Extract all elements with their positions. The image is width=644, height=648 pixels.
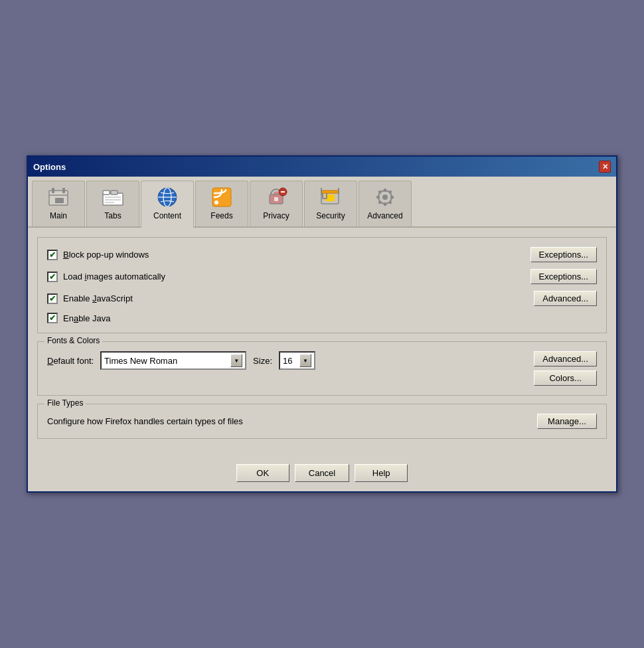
tab-main-label: Main	[50, 211, 67, 220]
cancel-button[interactable]: Cancel	[295, 464, 349, 482]
enable-java-left: ✔ Enable Java	[47, 313, 111, 323]
file-types-description: Configure how Firefox handles certain ty…	[47, 416, 243, 426]
block-popup-left: ✔ Block pop-up windows	[47, 250, 149, 260]
svg-rect-2	[62, 188, 65, 193]
content-area: ✔ Block pop-up windows Exceptions... ✔ L…	[28, 228, 616, 453]
fonts-buttons-area: Advanced... Colors...	[534, 351, 597, 386]
enable-java-row: ✔ Enable Java	[47, 313, 597, 323]
enable-js-label: Enable JavaScript	[63, 293, 133, 303]
tab-feeds[interactable]: Feeds	[195, 181, 248, 226]
font-select-dropdown[interactable]: Times New Roman ▼	[100, 351, 246, 370]
size-dropdown-arrow[interactable]: ▼	[299, 354, 311, 367]
load-images-label: Load images automatically	[63, 272, 165, 282]
advanced-icon	[373, 185, 397, 209]
enable-js-advanced-button[interactable]: Advanced...	[534, 291, 597, 306]
svg-rect-5	[53, 198, 55, 203]
tab-tabs-label: Tabs	[104, 211, 121, 220]
enable-java-label: Enable Java	[63, 313, 111, 323]
font-dropdown-arrow[interactable]: ▼	[230, 354, 242, 367]
svg-rect-35	[378, 190, 382, 194]
svg-rect-1	[52, 188, 54, 193]
fonts-left-area: Default font: Times New Roman ▼ Size: 16…	[47, 351, 527, 376]
close-button[interactable]: ✕	[599, 161, 611, 173]
tab-bar: Main Tabs	[28, 177, 616, 228]
svg-rect-38	[388, 201, 392, 204]
file-types-section-title: File Types	[44, 398, 86, 408]
block-popup-checkbox[interactable]: ✔	[47, 250, 58, 260]
enable-js-check: ✔	[49, 294, 56, 303]
fonts-section: Fonts & Colors Default font: Times New R…	[37, 341, 607, 396]
tab-advanced[interactable]: Advanced	[359, 181, 412, 226]
tab-security[interactable]: Security	[304, 181, 357, 226]
svg-point-16	[214, 201, 218, 204]
enable-js-left: ✔ Enable JavaScript	[47, 293, 133, 304]
content-icon	[155, 185, 179, 209]
size-select-dropdown[interactable]: 16 ▼	[279, 351, 315, 370]
fonts-advanced-button[interactable]: Advanced...	[534, 351, 597, 366]
default-font-label: Default font:	[47, 356, 94, 366]
load-images-checkbox[interactable]: ✔	[47, 272, 58, 282]
manage-button[interactable]: Manage...	[537, 414, 597, 429]
ok-button[interactable]: OK	[236, 464, 289, 482]
tab-security-label: Security	[316, 211, 345, 220]
svg-rect-31	[384, 189, 386, 192]
fonts-section-title: Fonts & Colors	[44, 336, 102, 345]
tab-main[interactable]: Main	[32, 181, 85, 226]
options-window: Options ✕ Main	[27, 155, 617, 493]
load-images-left: ✔ Load images automatically	[47, 272, 165, 282]
svg-rect-26	[321, 191, 339, 193]
svg-rect-37	[378, 201, 382, 204]
load-images-row: ✔ Load images automatically Exceptions..…	[47, 269, 597, 284]
enable-js-row: ✔ Enable JavaScript Advanced...	[47, 291, 597, 306]
enable-java-checkbox[interactable]: ✔	[47, 313, 58, 323]
load-images-exceptions-button[interactable]: Exceptions...	[530, 269, 597, 284]
size-label: Size:	[253, 356, 272, 366]
svg-rect-19	[274, 197, 278, 201]
file-types-section: File Types Configure how Firefox handles…	[37, 404, 607, 439]
file-types-content: Configure how Firefox handles certain ty…	[47, 414, 597, 429]
block-popup-exceptions-button[interactable]: Exceptions...	[530, 247, 597, 262]
block-popup-check: ✔	[49, 250, 56, 260]
security-icon	[319, 185, 343, 209]
size-select-value: 16	[283, 356, 292, 366]
tab-privacy[interactable]: Privacy	[250, 181, 303, 226]
tab-tabs[interactable]: Tabs	[86, 181, 139, 226]
window-title: Options	[33, 162, 66, 172]
load-images-check: ✔	[49, 272, 56, 282]
tab-privacy-label: Privacy	[263, 211, 289, 220]
svg-rect-7	[103, 191, 110, 195]
font-select-value: Times New Roman	[104, 356, 177, 366]
fonts-row: Default font: Times New Roman ▼ Size: 16…	[47, 351, 527, 370]
feeds-icon	[210, 185, 234, 209]
bottom-buttons: OK Cancel Help	[28, 453, 616, 491]
enable-js-checkbox[interactable]: ✔	[47, 293, 58, 304]
title-bar: Options ✕	[28, 157, 616, 177]
svg-rect-36	[388, 190, 392, 194]
block-popup-row: ✔ Block pop-up windows Exceptions...	[47, 247, 597, 262]
tab-content[interactable]: Content	[141, 181, 194, 228]
tabs-icon	[101, 185, 125, 209]
general-section: ✔ Block pop-up windows Exceptions... ✔ L…	[37, 237, 607, 333]
tab-feeds-label: Feeds	[210, 211, 232, 220]
svg-rect-33	[376, 196, 380, 199]
colors-button[interactable]: Colors...	[534, 370, 597, 386]
help-button[interactable]: Help	[355, 464, 408, 482]
tab-advanced-label: Advanced	[367, 211, 402, 220]
main-icon	[46, 185, 70, 209]
enable-java-check: ✔	[49, 313, 56, 323]
tab-content-label: Content	[153, 211, 181, 220]
block-popup-label: Block pop-up windows	[63, 250, 149, 260]
fonts-content: Default font: Times New Roman ▼ Size: 16…	[47, 351, 597, 386]
svg-point-30	[382, 195, 388, 200]
svg-rect-32	[384, 202, 386, 206]
svg-rect-34	[390, 196, 394, 199]
privacy-icon	[264, 185, 288, 209]
svg-rect-8	[111, 191, 118, 195]
